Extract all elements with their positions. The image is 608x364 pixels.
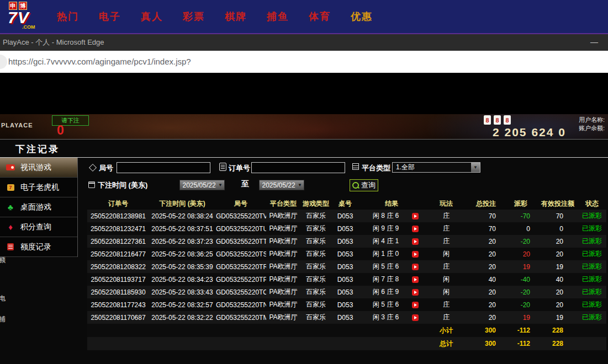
cell-time: 2025-05-22 08:37:51 xyxy=(149,222,215,235)
search-button[interactable]: 查询 xyxy=(350,179,378,191)
cell-payout: 0 xyxy=(504,222,538,235)
cell-play: 庄 xyxy=(424,298,468,311)
platform-type-select[interactable]: 1.全部 xyxy=(392,162,480,173)
total-row: 总计 300 -112 228 xyxy=(87,337,606,350)
promo-nav: 申 博 7V .COM 热门 电子 真人 彩票 棋牌 捕鱼 体育 优惠 xyxy=(0,0,608,34)
header-platform: 平台类型 xyxy=(266,198,300,210)
table-row: 2505220812324712025-05-22 08:37:51GD0532… xyxy=(87,222,606,235)
site-logo[interactable]: 申 博 7V .COM xyxy=(8,2,49,29)
points-gem-icon xyxy=(6,223,15,232)
table-row: 2505220812389812025-05-22 08:38:24GD0532… xyxy=(87,210,606,222)
table-row: 2505220812164772025-05-22 08:36:25GD0532… xyxy=(87,248,606,260)
video-camera-icon xyxy=(6,163,15,172)
cell-total-bet: 20 xyxy=(468,260,504,273)
cell-time: 2025-05-22 08:35:39 xyxy=(149,260,215,273)
sidebar-item-label: 桌面游戏 xyxy=(20,202,51,212)
nav-back-icon[interactable] xyxy=(0,55,7,69)
chevron-down-icon[interactable] xyxy=(471,163,480,172)
replay-icon[interactable] xyxy=(412,302,419,308)
order-number-input[interactable] xyxy=(251,162,345,173)
cell-table: D053 xyxy=(331,210,359,222)
table-row: 2505220812273612025-05-22 08:37:23GD0532… xyxy=(87,235,606,248)
replay-icon[interactable] xyxy=(412,238,419,245)
edge-fragment: 捕 xyxy=(0,315,7,324)
playing-card-icon: 8 xyxy=(494,115,501,125)
replay-icon[interactable] xyxy=(412,314,419,321)
cell-result: 闲 4 庄 1 xyxy=(359,235,424,248)
panel-title: 下注记录 xyxy=(15,143,60,156)
status-badge: 已派彩 xyxy=(578,298,606,311)
replay-icon[interactable] xyxy=(412,264,419,270)
nav-item-hot[interactable]: 热门 xyxy=(57,10,79,23)
replay-icon[interactable] xyxy=(412,251,419,258)
status-badge: 已派彩 xyxy=(578,286,606,298)
slot-machine-icon xyxy=(6,183,15,192)
card-row: 8 8 8 xyxy=(484,115,511,125)
sidebar-item-table-games[interactable]: 桌面游戏 xyxy=(0,197,77,217)
nav-item-slots[interactable]: 电子 xyxy=(99,10,121,23)
cell-order: 250522081238981 xyxy=(87,210,149,222)
sidebar-item-slot-machines[interactable]: 电子老虎机 xyxy=(0,178,77,197)
nav-item-live[interactable]: 真人 xyxy=(141,10,163,23)
total-valid: 228 xyxy=(538,337,578,350)
nav-item-promos[interactable]: 优惠 xyxy=(351,10,373,23)
cell-platform: PA欧洲厅 xyxy=(266,260,300,273)
date-range-to-label: 至 xyxy=(241,179,249,189)
cell-table: D053 xyxy=(331,222,359,235)
round-number-input[interactable] xyxy=(117,162,210,173)
cell-platform: PA欧洲厅 xyxy=(266,286,300,298)
cell-order: 250522081216477 xyxy=(87,248,149,260)
diamond-icon xyxy=(89,164,97,172)
cell-order: 250522081177243 xyxy=(87,298,149,311)
nav-item-fishing[interactable]: 捕鱼 xyxy=(267,10,289,23)
summary-body: 小计 300 -112 228 总计 300 -112 228 xyxy=(87,324,606,350)
cell-time: 2025-05-22 08:37:23 xyxy=(149,235,215,248)
date-to-dropdown[interactable]: 2025/05/22 xyxy=(259,180,304,190)
date-from-dropdown[interactable]: 2025/05/22 xyxy=(179,180,225,190)
replay-icon[interactable] xyxy=(412,289,419,296)
calendar-icon xyxy=(88,181,95,188)
subtotal-row: 小计 300 -112 228 xyxy=(87,324,606,337)
cell-valid-bet: 20 xyxy=(538,235,578,248)
nav-item-cards[interactable]: 棋牌 xyxy=(225,10,247,23)
cell-result: 闲 9 庄 9 xyxy=(359,222,424,235)
cell-valid-bet: 0 xyxy=(538,222,578,235)
cell-game-type: 百家乐 xyxy=(300,298,331,311)
table-row: 2505220811772432025-05-22 08:32:57GD0532… xyxy=(87,298,606,311)
table-row: 2505220812083222025-05-22 08:35:39GD0532… xyxy=(87,260,606,273)
minimize-button[interactable]: — xyxy=(590,34,598,50)
cell-result: 闲 3 庄 6 xyxy=(359,311,424,324)
cell-total-bet: 20 xyxy=(468,235,504,248)
cell-payout: 20 xyxy=(504,248,538,260)
cell-play: 庄 xyxy=(424,311,468,324)
window-titlebar: PlayAce - 个人 - Microsoft Edge — xyxy=(0,34,608,51)
replay-icon[interactable] xyxy=(412,213,419,220)
cell-payout: 19 xyxy=(504,260,538,273)
round-number-label: 局号 xyxy=(99,163,113,173)
cell-payout: -70 xyxy=(504,210,538,222)
url-text[interactable]: https://gci.7vvvvvv.com/agingame/pcv1/in… xyxy=(8,51,191,73)
cell-time: 2025-05-22 08:38:24 xyxy=(149,210,215,222)
replay-icon[interactable] xyxy=(412,276,419,283)
status-badge: 已派彩 xyxy=(578,222,606,235)
cell-round: GD053255220TN xyxy=(215,298,266,311)
sidebar-item-credit-records[interactable]: 额度记录 xyxy=(0,237,77,257)
sidebar-item-points-query[interactable]: 积分查询 xyxy=(0,217,77,237)
playace-brand: PLAYACE xyxy=(1,122,33,129)
cell-valid-bet: 70 xyxy=(538,210,578,222)
account-name-label: 用户名称: xyxy=(579,116,605,124)
cell-game-type: 百家乐 xyxy=(300,311,331,324)
sidebar-item-live-games[interactable]: 视讯游戏 xyxy=(0,158,77,178)
replay-icon[interactable] xyxy=(412,226,419,232)
date-from-value: 2025/05/22 xyxy=(180,181,218,189)
header-result: 结果 xyxy=(359,198,424,210)
cell-valid-bet: 19 xyxy=(538,311,578,324)
cell-game-type: 百家乐 xyxy=(300,210,331,222)
nav-item-sports[interactable]: 体育 xyxy=(309,10,331,23)
cell-game-type: 百家乐 xyxy=(300,273,331,286)
search-button-label: 查询 xyxy=(361,180,376,190)
platform-type-label: 平台类型 xyxy=(362,163,390,173)
nav-item-lottery[interactable]: 彩票 xyxy=(183,10,205,23)
promo-nav-items: 热门 电子 真人 彩票 棋牌 捕鱼 体育 优惠 xyxy=(57,0,373,33)
bet-records-panel: 下注记录 03 卡 额 电 捕 视讯游戏 电子老虎机 桌面游戏 积分查询 额度记… xyxy=(0,139,608,364)
